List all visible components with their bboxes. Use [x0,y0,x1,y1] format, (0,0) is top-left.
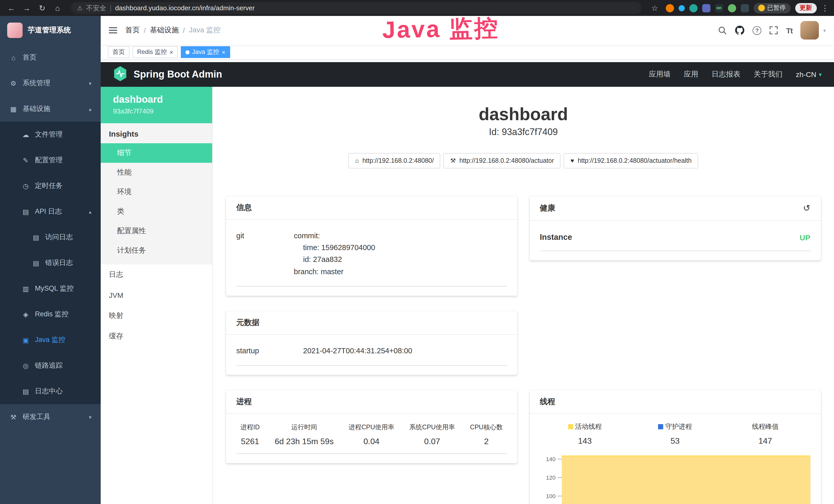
tab-redis-monitor[interactable]: Redis 监控 × [133,46,178,58]
chevron-down-icon: ▾ [819,71,822,78]
update-button[interactable]: 更新 [795,3,816,13]
sidebar-item-log-center[interactable]: ▤ 日志中心 [0,379,101,404]
user-avatar[interactable] [800,21,819,40]
sba-insights-group: Insights 细节 性能 环境 类 配置属性 计划任务 [101,123,212,265]
sidebar-item-java-monitor[interactable]: ▣ Java 监控 [0,327,101,353]
chevron-up-icon: ▴ [89,106,91,112]
extension-icon-on[interactable]: on [715,4,723,12]
browser-menu-icon[interactable]: ⋮ [821,3,829,13]
address-bar[interactable]: ⚠ 不安全 | dashboard.yudao.iocoder.cn/infra… [71,2,641,14]
sba-nav-wallboard[interactable]: 应用墙 [649,70,671,79]
url-text[interactable]: dashboard.yudao.iocoder.cn/infra/admin-s… [115,4,255,12]
sidebar-item-scheduled-jobs[interactable]: ◷ 定时任务 [0,173,101,199]
instance-id: 93a3fc7f7409 [113,107,200,115]
sidebar-item-access-logs[interactable]: ▤ 访问日志 [0,224,101,250]
column-value: 0.07 [409,437,455,446]
sidebar-item-error-logs[interactable]: ▤ 错误日志 [0,250,101,276]
sidebar-item-config-mgmt[interactable]: ✎ 配置管理 [0,147,101,173]
breadcrumb-home[interactable]: 首页 [125,26,140,35]
column-header: 进程CPU使用率 [349,423,394,432]
threads-chart: 140 120 100 [540,452,811,504]
legend-label: 线程峰值 [752,422,778,430]
extension-icon-7[interactable] [741,4,749,12]
close-icon[interactable]: × [222,49,225,55]
sidebar-item-tracing[interactable]: ◎ 链路追踪 [0,353,101,379]
sba-item-classes[interactable]: 类 [101,202,212,221]
bookmark-star-icon[interactable]: ☆ [649,2,661,14]
sba-instance-header[interactable]: dashboard 93a3fc7f7409 [101,87,212,123]
info-card: 信息 git commit: time: 1596289704000 id: 2… [226,196,517,296]
sidebar-item-file-mgmt[interactable]: ☁ 文件管理 [0,122,101,147]
sba-header: Spring Boot Admin 应用墙 应用 日志报表 关于我们 zh-CN… [101,62,834,87]
security-label[interactable]: 不安全 [86,3,106,13]
process-col-pid: 进程ID 5261 [240,423,260,446]
sba-nav-about[interactable]: 关于我们 [754,70,783,79]
sba-item-environment[interactable]: 环境 [101,182,212,202]
sba-locale-select[interactable]: zh-CN ▾ [796,70,822,78]
extension-icon-1[interactable] [665,4,674,12]
help-icon[interactable]: ? [753,26,762,35]
profile-paused-chip[interactable]: 已暂停 [753,3,790,13]
sba-main: dashboard Id: 93a3fc7f7409 ⌂ http://192.… [213,87,834,504]
git-commit-time: time: 1596289704000 [294,242,375,254]
app-logo[interactable]: 芋道管理系统 [0,16,101,45]
app-sidebar: 芋道管理系统 ⌂ 首页 ⚙ 系统管理 ▾ ▦ 基础设施 ▴ ☁ 文件管理 [0,16,101,504]
sidebar-item-system-mgmt[interactable]: ⚙ 系统管理 ▾ [0,70,101,96]
sidebar-item-dev-tools[interactable]: ⚒ 研发工具 ▾ [0,404,101,430]
extension-icon-3[interactable] [689,4,697,12]
sidebar-item-label: 基础设施 [23,104,50,113]
search-icon[interactable] [719,26,727,35]
extension-icon-6[interactable] [728,4,736,12]
sidebar-item-label: 配置管理 [35,156,63,165]
tab-home[interactable]: 首页 [108,46,129,58]
java-monitor-icon: ▣ [22,336,30,344]
sidebar-item-api-logs[interactable]: ▤ API 日志 ▴ [0,199,101,224]
health-status-badge: UP [799,233,810,242]
extension-icon-2[interactable] [678,5,684,11]
chevron-down-icon: ▾ [89,414,91,420]
sba-logo-icon[interactable] [113,66,127,84]
app-title: 芋道管理系统 [28,26,71,35]
instance-link-actuator[interactable]: ⚒ http://192.168.0.2:48080/actuator [444,153,561,168]
font-size-icon[interactable]: Tt [786,26,792,35]
legend-value: 53 [630,436,720,446]
sba-item-scheduled-tasks[interactable]: 计划任务 [101,241,212,260]
sba-item-mappings[interactable]: 映射 [101,305,212,326]
sidebar-item-label: 链路追踪 [35,361,63,370]
sba-item-configprops[interactable]: 配置属性 [101,221,212,241]
app-logo-image [7,23,23,38]
sba-item-logging[interactable]: 日志 [101,265,212,285]
sidebar-item-mysql-monitor[interactable]: ▥ MySQL 监控 [0,276,101,301]
close-icon[interactable]: × [170,49,173,55]
threads-card: 线程 活动线程 143 守护进程 [530,390,821,504]
git-branch: branch: master [294,266,375,278]
sba-item-jvm[interactable]: JVM [101,285,212,305]
sidebar-item-infrastructure[interactable]: ▦ 基础设施 ▴ [0,96,101,122]
sba-item-details[interactable]: 细节 [101,143,212,163]
sidebar-item-label: MySQL 监控 [35,284,74,293]
history-icon[interactable]: ↺ [803,203,811,214]
sba-item-metrics[interactable]: 性能 [101,163,212,182]
github-icon[interactable] [736,26,745,35]
sidebar-item-redis-monitor[interactable]: ◈ Redis 监控 [0,301,101,327]
forward-icon[interactable]: → [21,2,33,14]
threads-legend: 活动线程 143 守护进程 53 线程峰值 [540,417,811,447]
sidebar-item-home[interactable]: ⌂ 首页 [0,45,101,70]
sba-nav-journal[interactable]: 日志报表 [712,70,741,79]
sba-item-caches[interactable]: 缓存 [101,326,212,347]
back-icon[interactable]: ← [5,2,18,14]
sidebar-toggle-icon[interactable] [109,27,117,33]
instance-link-home[interactable]: ⌂ http://192.168.0.2:48080/ [348,153,440,168]
browser-home-icon[interactable]: ⌂ [51,2,64,14]
health-card-title: 健康 [540,203,555,213]
breadcrumb-infrastructure[interactable]: 基础设施 [150,26,179,35]
instance-link-health[interactable]: ♥ http://192.168.0.2:48080/actuator/heal… [564,153,698,168]
sba-nav-applications[interactable]: 应用 [684,70,698,79]
tab-java-monitor[interactable]: Java 监控 × [181,46,230,58]
redis-icon: ◈ [22,311,30,318]
reload-icon[interactable]: ↻ [36,2,48,14]
extension-icon-4[interactable] [702,4,710,12]
metadata-row-startup: startup 2021-04-27T00:44:31.254+08:00 [236,338,507,366]
sba-brand-title[interactable]: Spring Boot Admin [134,69,222,80]
fullscreen-icon[interactable] [770,26,778,35]
